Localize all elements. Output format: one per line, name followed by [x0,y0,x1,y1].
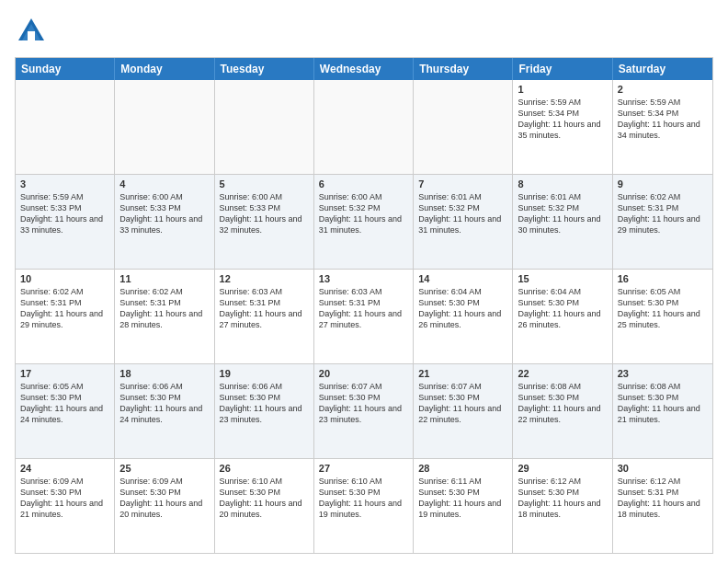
svg-rect-2 [28,31,35,40]
day-number: 21 [418,368,507,379]
calendar-cell: 5Sunrise: 6:00 AM Sunset: 5:33 PM Daylig… [215,175,314,269]
calendar-cell: 8Sunrise: 6:01 AM Sunset: 5:32 PM Daylig… [513,175,612,269]
day-info: Sunrise: 6:00 AM Sunset: 5:33 PM Dayligh… [119,191,209,236]
day-number: 20 [319,368,408,379]
calendar-cell: 12Sunrise: 6:03 AM Sunset: 5:31 PM Dayli… [215,270,314,363]
day-number: 22 [518,368,607,379]
calendar-cell [16,80,115,174]
day-number: 24 [20,463,109,474]
page: SundayMondayTuesdayWednesdayThursdayFrid… [0,0,728,563]
day-info: Sunrise: 6:08 AM Sunset: 5:30 PM Dayligh… [618,381,708,426]
calendar-body: 1Sunrise: 5:59 AM Sunset: 5:34 PM Daylig… [16,80,712,553]
day-number: 25 [119,463,209,474]
calendar-cell: 29Sunrise: 6:12 AM Sunset: 5:30 PM Dayli… [513,459,612,553]
calendar-cell [314,80,414,174]
calendar-header-monday: Monday [115,58,214,80]
day-number: 14 [418,273,507,284]
calendar-week-4: 17Sunrise: 6:05 AM Sunset: 5:30 PM Dayli… [16,364,712,459]
calendar-cell: 18Sunrise: 6:06 AM Sunset: 5:30 PM Dayli… [115,364,214,458]
day-info: Sunrise: 6:04 AM Sunset: 5:30 PM Dayligh… [418,286,507,331]
calendar-week-5: 24Sunrise: 6:09 AM Sunset: 5:30 PM Dayli… [16,459,712,553]
calendar-cell [414,80,513,174]
calendar-cell: 15Sunrise: 6:04 AM Sunset: 5:30 PM Dayli… [513,270,612,363]
day-number: 23 [618,368,708,379]
day-number: 16 [618,273,708,284]
day-info: Sunrise: 5:59 AM Sunset: 5:34 PM Dayligh… [618,97,708,142]
calendar-cell: 17Sunrise: 6:05 AM Sunset: 5:30 PM Dayli… [16,364,115,458]
day-info: Sunrise: 6:07 AM Sunset: 5:30 PM Dayligh… [418,381,507,426]
day-info: Sunrise: 6:00 AM Sunset: 5:32 PM Dayligh… [319,191,408,236]
calendar-cell: 27Sunrise: 6:10 AM Sunset: 5:30 PM Dayli… [314,459,414,553]
calendar-cell: 30Sunrise: 6:12 AM Sunset: 5:31 PM Dayli… [613,459,712,553]
day-number: 26 [220,463,309,474]
calendar-cell: 10Sunrise: 6:02 AM Sunset: 5:31 PM Dayli… [16,270,115,363]
calendar-cell [215,80,314,174]
day-info: Sunrise: 6:07 AM Sunset: 5:30 PM Dayligh… [319,381,408,426]
day-info: Sunrise: 6:02 AM Sunset: 5:31 PM Dayligh… [618,191,708,236]
day-number: 18 [119,368,209,379]
day-info: Sunrise: 6:02 AM Sunset: 5:31 PM Dayligh… [119,286,209,331]
calendar-cell: 23Sunrise: 6:08 AM Sunset: 5:30 PM Dayli… [613,364,712,458]
day-info: Sunrise: 5:59 AM Sunset: 5:33 PM Dayligh… [20,191,109,236]
calendar-header-tuesday: Tuesday [215,58,314,80]
day-info: Sunrise: 6:05 AM Sunset: 5:30 PM Dayligh… [20,381,109,426]
day-number: 9 [618,178,708,190]
header [15,15,713,48]
calendar-week-3: 10Sunrise: 6:02 AM Sunset: 5:31 PM Dayli… [16,270,712,364]
day-info: Sunrise: 6:06 AM Sunset: 5:30 PM Dayligh… [220,381,309,426]
calendar-cell: 9Sunrise: 6:02 AM Sunset: 5:31 PM Daylig… [613,175,712,269]
day-info: Sunrise: 5:59 AM Sunset: 5:34 PM Dayligh… [518,97,607,142]
calendar-week-1: 1Sunrise: 5:59 AM Sunset: 5:34 PM Daylig… [16,80,712,175]
calendar-cell: 20Sunrise: 6:07 AM Sunset: 5:30 PM Dayli… [314,364,414,458]
calendar-week-2: 3Sunrise: 5:59 AM Sunset: 5:33 PM Daylig… [16,175,712,270]
calendar-cell: 28Sunrise: 6:11 AM Sunset: 5:30 PM Dayli… [414,459,513,553]
calendar-header-friday: Friday [513,58,612,80]
day-number: 19 [220,368,309,379]
calendar-header-sunday: Sunday [16,58,115,80]
day-number: 2 [618,84,708,95]
day-number: 29 [518,463,607,474]
day-info: Sunrise: 6:01 AM Sunset: 5:32 PM Dayligh… [518,191,607,236]
day-number: 15 [518,273,607,284]
day-info: Sunrise: 6:03 AM Sunset: 5:31 PM Dayligh… [319,286,408,331]
day-info: Sunrise: 6:00 AM Sunset: 5:33 PM Dayligh… [220,191,309,236]
calendar-cell: 2Sunrise: 5:59 AM Sunset: 5:34 PM Daylig… [613,80,712,174]
calendar-header-saturday: Saturday [613,58,712,80]
calendar-cell: 22Sunrise: 6:08 AM Sunset: 5:30 PM Dayli… [513,364,612,458]
day-info: Sunrise: 6:11 AM Sunset: 5:30 PM Dayligh… [418,476,507,521]
calendar-cell [115,80,214,174]
calendar-header-row: SundayMondayTuesdayWednesdayThursdayFrid… [16,58,712,80]
day-number: 6 [319,178,408,190]
day-info: Sunrise: 6:08 AM Sunset: 5:30 PM Dayligh… [518,381,607,426]
calendar-cell: 4Sunrise: 6:00 AM Sunset: 5:33 PM Daylig… [115,175,214,269]
calendar-cell: 24Sunrise: 6:09 AM Sunset: 5:30 PM Dayli… [16,459,115,553]
day-number: 3 [20,178,109,190]
day-number: 8 [518,178,607,190]
calendar-cell: 25Sunrise: 6:09 AM Sunset: 5:30 PM Dayli… [115,459,214,553]
day-number: 27 [319,463,408,474]
day-number: 4 [119,178,209,190]
day-info: Sunrise: 6:12 AM Sunset: 5:30 PM Dayligh… [518,476,607,521]
day-info: Sunrise: 6:06 AM Sunset: 5:30 PM Dayligh… [119,381,209,426]
day-info: Sunrise: 6:10 AM Sunset: 5:30 PM Dayligh… [319,476,408,521]
day-number: 1 [518,84,607,95]
calendar-cell: 14Sunrise: 6:04 AM Sunset: 5:30 PM Dayli… [414,270,513,363]
calendar: SundayMondayTuesdayWednesdayThursdayFrid… [15,57,713,554]
day-number: 17 [20,368,109,379]
day-info: Sunrise: 6:12 AM Sunset: 5:31 PM Dayligh… [618,476,708,521]
day-info: Sunrise: 6:01 AM Sunset: 5:32 PM Dayligh… [418,191,507,236]
calendar-cell: 11Sunrise: 6:02 AM Sunset: 5:31 PM Dayli… [115,270,214,363]
day-number: 30 [618,463,708,474]
day-info: Sunrise: 6:09 AM Sunset: 5:30 PM Dayligh… [20,476,109,521]
day-info: Sunrise: 6:09 AM Sunset: 5:30 PM Dayligh… [119,476,209,521]
calendar-cell: 16Sunrise: 6:05 AM Sunset: 5:30 PM Dayli… [613,270,712,363]
calendar-cell: 7Sunrise: 6:01 AM Sunset: 5:32 PM Daylig… [414,175,513,269]
calendar-cell: 19Sunrise: 6:06 AM Sunset: 5:30 PM Dayli… [215,364,314,458]
day-number: 28 [418,463,507,474]
calendar-cell: 3Sunrise: 5:59 AM Sunset: 5:33 PM Daylig… [16,175,115,269]
logo [15,15,51,48]
day-number: 11 [119,273,209,284]
day-number: 7 [418,178,507,190]
day-info: Sunrise: 6:03 AM Sunset: 5:31 PM Dayligh… [220,286,309,331]
day-info: Sunrise: 6:02 AM Sunset: 5:31 PM Dayligh… [20,286,109,331]
